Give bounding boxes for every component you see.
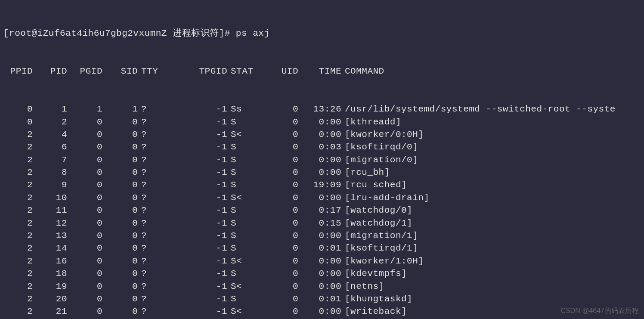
cell-tty: ? — [138, 229, 163, 242]
cell-command: [migration/1] — [341, 229, 641, 242]
cell-sid: 0 — [102, 192, 138, 204]
table-row: 22100?-1S<00:00[writeback] — [3, 305, 641, 318]
cell-time: 13:26 — [298, 103, 341, 115]
cell-pgid: 0 — [67, 204, 102, 217]
cell-command: [kdevtmpfs] — [341, 267, 641, 280]
cell-tpgid: -1 — [163, 229, 227, 242]
cell-stat: S — [227, 293, 257, 305]
cell-time: 0:03 — [298, 141, 341, 153]
cell-tpgid: -1 — [163, 267, 227, 280]
cell-pgid: 0 — [67, 179, 102, 191]
table-row: 21100?-1S00:17[watchdog/0] — [3, 204, 641, 217]
cell-uid: 0 — [257, 204, 298, 217]
header-pid: PID — [33, 65, 67, 77]
header-sid: SID — [102, 65, 138, 77]
table-row: 2700?-1S00:00[migration/0] — [3, 154, 641, 166]
cell-sid: 0 — [102, 128, 138, 141]
cell-tty: ? — [138, 179, 163, 191]
cell-sid: 0 — [102, 280, 138, 293]
cell-pid: 14 — [33, 242, 67, 254]
cell-uid: 0 — [257, 179, 298, 191]
cell-pgid: 0 — [67, 217, 102, 229]
cell-pid: 12 — [33, 217, 67, 229]
cell-tty: ? — [138, 204, 163, 217]
cell-command: [ksoftirqd/0] — [341, 141, 641, 153]
cell-pid: 16 — [33, 255, 67, 267]
cell-pid: 1 — [33, 103, 67, 115]
table-row: 2400?-1S<00:00[kworker/0:0H] — [3, 128, 641, 141]
cell-time: 0:01 — [298, 242, 341, 254]
table-header-row: PPID PID PGID SID TTY TPGID STAT UID TIM… — [3, 65, 641, 77]
cell-stat: S — [227, 116, 257, 128]
cell-time: 0:00 — [298, 166, 341, 179]
cell-uid: 0 — [257, 166, 298, 179]
cell-time: 0:17 — [298, 204, 341, 217]
table-row: 21400?-1S00:01[ksoftirqd/1] — [3, 242, 641, 254]
cell-time: 0:00 — [298, 154, 341, 166]
cell-pid: 2 — [33, 116, 67, 128]
cell-pgid: 0 — [67, 293, 102, 305]
header-time: TIME — [298, 65, 341, 77]
cell-time: 0:15 — [298, 217, 341, 229]
cell-pid: 21 — [33, 305, 67, 318]
cell-uid: 0 — [257, 141, 298, 153]
header-uid: UID — [257, 65, 298, 77]
cell-pgid: 0 — [67, 229, 102, 242]
cell-command: [kworker/0:0H] — [341, 128, 641, 141]
cell-pgid: 0 — [67, 116, 102, 128]
cell-sid: 1 — [102, 103, 138, 115]
cell-time: 19:09 — [298, 179, 341, 191]
cell-ppid: 2 — [3, 154, 33, 166]
cell-tty: ? — [138, 293, 163, 305]
cell-uid: 0 — [257, 128, 298, 141]
cell-tty: ? — [138, 166, 163, 179]
cell-uid: 0 — [257, 229, 298, 242]
shell-prompt: [root@iZuf6at4ih6u7gbg2vxumnZ 进程标识符]# ps… — [3, 27, 641, 40]
cell-stat: S — [227, 166, 257, 179]
cell-tty: ? — [138, 154, 163, 166]
cell-uid: 0 — [257, 217, 298, 229]
cell-tpgid: -1 — [163, 116, 227, 128]
cell-ppid: 2 — [3, 242, 33, 254]
cell-tpgid: -1 — [163, 141, 227, 153]
cell-ppid: 2 — [3, 255, 33, 267]
cell-pgid: 0 — [67, 267, 102, 280]
cell-tpgid: -1 — [163, 192, 227, 204]
cell-tpgid: -1 — [163, 305, 227, 318]
cell-pid: 4 — [33, 128, 67, 141]
cell-command: [watchdog/0] — [341, 204, 641, 217]
cell-pid: 19 — [33, 280, 67, 293]
cell-ppid: 2 — [3, 267, 33, 280]
cell-pgid: 0 — [67, 192, 102, 204]
cell-time: 0:00 — [298, 267, 341, 280]
cell-sid: 0 — [102, 154, 138, 166]
cell-stat: S — [227, 229, 257, 242]
cell-uid: 0 — [257, 305, 298, 318]
cell-uid: 0 — [257, 154, 298, 166]
cell-tty: ? — [138, 141, 163, 153]
cell-time: 0:00 — [298, 116, 341, 128]
cell-tpgid: -1 — [163, 280, 227, 293]
cell-command: [kthreadd] — [341, 116, 641, 128]
cell-tpgid: -1 — [163, 103, 227, 115]
cell-pgid: 0 — [67, 242, 102, 254]
terminal-output[interactable]: [root@iZuf6at4ih6u7gbg2vxumnZ 进程标识符]# ps… — [3, 2, 641, 319]
cell-stat: S< — [227, 305, 257, 318]
cell-ppid: 2 — [3, 141, 33, 153]
cell-command: [lru-add-drain] — [341, 192, 641, 204]
table-row: 2900?-1S019:09[rcu_sched] — [3, 179, 641, 191]
cell-pid: 13 — [33, 229, 67, 242]
cell-tpgid: -1 — [163, 179, 227, 191]
cell-command: [rcu_sched] — [341, 179, 641, 191]
cell-pid: 8 — [33, 166, 67, 179]
cell-stat: S — [227, 242, 257, 254]
cell-sid: 0 — [102, 242, 138, 254]
cell-command: [netns] — [341, 280, 641, 293]
cell-pgid: 0 — [67, 166, 102, 179]
cell-pid: 9 — [33, 179, 67, 191]
cell-uid: 0 — [257, 116, 298, 128]
cell-tty: ? — [138, 217, 163, 229]
table-row: 21600?-1S<00:00[kworker/1:0H] — [3, 255, 641, 267]
cell-command: [rcu_bh] — [341, 166, 641, 179]
cell-sid: 0 — [102, 116, 138, 128]
